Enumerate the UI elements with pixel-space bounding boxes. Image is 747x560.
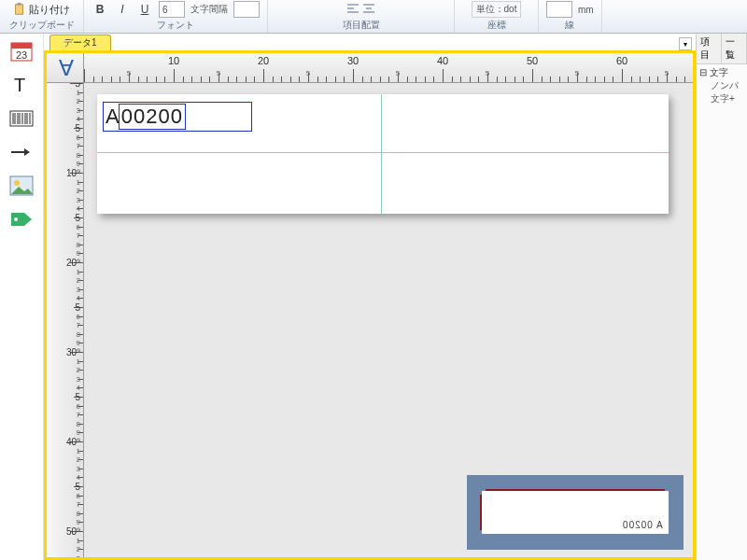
svg-rect-6: [10, 111, 33, 126]
clipboard-icon: [13, 3, 26, 16]
svg-point-9: [14, 180, 20, 186]
coord-group-title: 座標: [487, 19, 506, 32]
clipboard-group-title: クリップボード: [9, 19, 75, 32]
tool-text[interactable]: T: [8, 73, 35, 97]
ruler-origin[interactable]: A: [47, 53, 84, 83]
bold-button[interactable]: B: [92, 1, 108, 18]
svg-text:T: T: [14, 75, 25, 95]
font-size-input[interactable]: 6: [159, 1, 185, 18]
vertical-ruler: 512345678910⁹12345678920⁹12345678930⁹123…: [47, 83, 84, 557]
tool-barcode[interactable]: [8, 106, 35, 131]
text-number: 00200: [119, 104, 186, 130]
tree-child-2[interactable]: 文字+: [699, 92, 744, 105]
tool-date[interactable]: 23: [8, 39, 35, 63]
align-center-icon[interactable]: [362, 3, 375, 16]
paste-label: 貼り付け: [29, 3, 70, 17]
svg-point-10: [14, 217, 18, 221]
side-col-items[interactable]: 項目: [697, 34, 722, 63]
svg-text:A: A: [58, 56, 73, 80]
tab-dropdown[interactable]: ▾: [679, 37, 692, 50]
svg-rect-1: [17, 3, 21, 6]
preview-arrow-v-icon: [480, 495, 482, 530]
preview-arrow-h-icon: [486, 489, 665, 491]
preview-panel: A 00200: [467, 475, 684, 550]
tab-data1[interactable]: データ1: [49, 35, 111, 50]
underline-button[interactable]: U: [136, 1, 153, 18]
mm-label: mm: [578, 5, 594, 15]
svg-rect-3: [11, 43, 32, 49]
line-group-title: 線: [565, 19, 574, 32]
design-canvas[interactable]: A 5105205305405505605 512345678910⁹12345…: [44, 50, 696, 560]
tool-image[interactable]: [8, 174, 35, 198]
label-area[interactable]: A 00200: [97, 94, 669, 214]
side-col-list[interactable]: 一覧: [722, 34, 747, 63]
spacing-label: 文字間隔: [190, 3, 228, 16]
italic-button[interactable]: I: [114, 1, 131, 18]
side-panel: 項目 一覧 ⊟ 文字 ノンパ 文字+: [696, 34, 747, 560]
align-group-title: 項目配置: [343, 19, 380, 32]
text-prefix: A: [106, 105, 120, 129]
tool-line[interactable]: [8, 140, 35, 164]
tree-child-1[interactable]: ノンパ: [699, 79, 744, 92]
tool-tag[interactable]: [8, 207, 35, 231]
text-object-selected[interactable]: A 00200: [103, 102, 252, 132]
font-group-title: フォント: [157, 19, 194, 32]
tree-root[interactable]: ⊟ 文字: [699, 66, 744, 79]
line-width-input[interactable]: [546, 1, 572, 18]
spacing-input[interactable]: [233, 1, 260, 18]
paste-button[interactable]: 貼り付け: [9, 2, 74, 18]
svg-rect-0: [16, 5, 23, 15]
unit-label[interactable]: 単位：dot: [472, 1, 522, 18]
align-left-icon[interactable]: [346, 3, 359, 16]
preview-text: A 00200: [622, 520, 663, 530]
horizontal-ruler: 5105205305405505605: [84, 53, 693, 83]
svg-text:23: 23: [16, 49, 27, 61]
